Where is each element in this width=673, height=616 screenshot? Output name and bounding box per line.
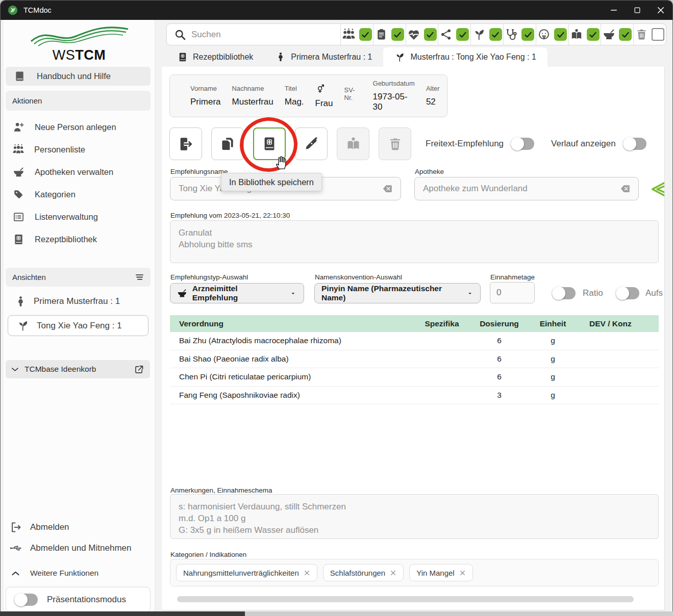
save-to-library-tooltip: In Bibliothek speichern [221, 173, 322, 191]
chip-label: Yin Mangel [416, 569, 455, 577]
remove-chip-icon[interactable] [459, 570, 466, 576]
filter-checkbox-plant[interactable] [489, 28, 502, 41]
filter-lines-icon[interactable] [133, 272, 145, 283]
wstcm-logo-text: WSTCM [4, 47, 155, 63]
cell-einheit: g [529, 336, 577, 345]
maximize-button[interactable] [626, 1, 649, 20]
export-recommendation-button[interactable] [169, 127, 202, 160]
gender-icon [315, 84, 326, 94]
view-item-primera-musterfrau[interactable]: Primera Musterfrau : 1 [4, 294, 155, 309]
plant-icon [394, 52, 405, 63]
main-panel: Vorname Primera Nachname Musterfrau Tite… [161, 67, 665, 610]
namenskonvention-dropdown[interactable]: Pinyin Name (Pharmazeutischer Name) [314, 283, 481, 303]
cursor-hand [273, 154, 288, 170]
sidebar: WSTCM Handbuch und Hilfe Aktionen Neue P… [4, 20, 155, 612]
filter-checkbox-stethoscope[interactable] [521, 28, 534, 41]
heart-pulse-icon [407, 28, 420, 41]
kategorien-label: Kategorien / Indikationen [170, 551, 246, 558]
table-row[interactable]: Chen Pi (Citri reticulatae pericarpium) … [170, 368, 659, 387]
caret-down-icon [289, 290, 297, 297]
wstcm-logo: WSTCM [4, 25, 155, 63]
table-row[interactable]: Bai Shao (Paeoniae radix alba) 6 g [170, 350, 659, 369]
person-reading-icon [570, 28, 583, 41]
apotheke-label: Apotheke [415, 168, 444, 175]
section-header-label: Aktionen [12, 96, 42, 105]
sidebar-item-label: Neue Person anlegen [35, 122, 116, 132]
remove-chip-icon[interactable] [304, 570, 310, 576]
sidebar-item-handbuch[interactable]: Handbuch und Hilfe [6, 67, 151, 86]
cell-einheit: g [529, 391, 577, 400]
chevron-down-icon [10, 365, 20, 374]
minimize-button[interactable] [602, 1, 626, 20]
sidebar-item-abmelden-mitnehmen[interactable]: Abmelden und Mitnehmen [4, 541, 155, 556]
filter-checkbox-face[interactable] [554, 28, 567, 41]
horizontal-scrollbar[interactable] [177, 596, 634, 602]
filter-group-heart [406, 24, 438, 45]
filter-checkbox-persons[interactable] [359, 28, 372, 41]
tab-primera-musterfrau[interactable]: Primera Musterfrau : 1 [264, 47, 383, 67]
table-row[interactable]: Bai Zhu (Atractylodis macrocephalae rhiz… [170, 332, 659, 350]
clipboard-icon [375, 28, 388, 41]
table-row[interactable]: Fang Feng (Saposhnikoviae radix) 3 g [170, 387, 659, 405]
filter-checkbox-trash[interactable] [652, 28, 664, 41]
filter-checkbox-share[interactable] [456, 28, 469, 41]
clear-apotheke-icon[interactable] [618, 183, 632, 194]
clear-empfehlungsname-icon[interactable] [381, 183, 394, 194]
cell-einheit: g [529, 372, 577, 381]
bottom-strip-dark [0, 611, 245, 616]
sidebar-item-apotheken[interactable]: Apotheken verwalten [4, 164, 155, 179]
tcmbase-ideenkorb-bar[interactable]: TCMbase Ideenkorb [6, 360, 150, 378]
remove-chip-icon[interactable] [390, 570, 396, 576]
app-window: TCMdoc WSTCM Handbuch und Hilfe Aktionen… [0, 0, 673, 612]
search-input[interactable] [191, 30, 319, 40]
list-icon [13, 211, 24, 223]
kategorie-chip: Yin Mangel [409, 564, 473, 581]
apotheke-input[interactable] [423, 184, 618, 194]
sidebar-item-personenliste[interactable]: Personenliste [4, 142, 155, 157]
tab-rezeptbibliothek[interactable]: Rezeptbibliothek [166, 47, 264, 67]
titlebar: TCMdoc [1, 1, 672, 20]
praesentationsmodus-toggle[interactable] [14, 594, 38, 606]
tab-musterfrau-tong-xie-yao-feng[interactable]: Musterfrau : Tong Xie Yao Feng : 1 [383, 47, 547, 67]
sign-recommendation-button[interactable] [295, 127, 328, 160]
close-button[interactable] [649, 1, 672, 20]
aufs-toggle[interactable] [616, 287, 639, 299]
copy-recommendation-button[interactable] [211, 127, 244, 160]
aufs-label: Aufs [645, 288, 663, 298]
empfehlung-textarea[interactable]: Granulat Abholung bitte sms [170, 220, 659, 263]
pen-icon [304, 136, 319, 151]
filter-checkbox-clipboard[interactable] [391, 28, 404, 41]
view-item-tong-xie-yao-feng[interactable]: Tong Xie Yao Feng : 1 [8, 315, 148, 336]
open-in-library-button[interactable] [337, 127, 369, 160]
sidebar-item-abmelden[interactable]: Abmelden [4, 520, 155, 535]
filter-checkbox-reading[interactable] [587, 28, 600, 41]
search-zone [167, 24, 340, 45]
sidebar-item-listenverwaltung[interactable]: Listenverwaltung [4, 209, 155, 224]
sidebar-item-label: Rezeptbibliothek [35, 235, 97, 244]
sidebar-item-kategorien[interactable]: Kategorien [4, 187, 155, 202]
verlauf-toggle[interactable] [623, 138, 646, 150]
filter-checkbox-mortar[interactable] [619, 28, 632, 41]
people-group-icon [342, 28, 356, 41]
mortar-pestle-icon [177, 288, 187, 298]
sidebar-item-neue-person[interactable]: Neue Person anlegen [4, 119, 155, 135]
filter-group-mortar [601, 24, 633, 45]
anmerkungen-textarea[interactable]: s: harmonisiert Verdauung, stillt Schmer… [170, 494, 659, 539]
check-icon [426, 30, 435, 39]
cell-dosierung: 6 [470, 336, 529, 345]
empfehlungstyp-dropdown[interactable]: Arzneimittel Empfehlung [170, 283, 304, 303]
sidebar-item-rezeptbibliothek[interactable]: Rezeptbibliothek [4, 232, 155, 247]
einnahmetage-input[interactable] [496, 283, 528, 303]
kategorien-chips-container[interactable]: Nahrungsmittelunverträglichkeiten Schlaf… [170, 559, 659, 586]
delete-recommendation-button[interactable] [379, 127, 411, 160]
trash-icon [635, 28, 648, 41]
check-icon [556, 30, 565, 39]
send-to-pharmacy-icon[interactable] [649, 179, 665, 199]
external-link-icon[interactable] [134, 364, 144, 375]
col-header-einheit: Einheit [529, 319, 577, 328]
check-icon [524, 30, 533, 39]
filter-checkbox-heart[interactable] [424, 28, 437, 41]
sidebar-item-weitere-funktionen[interactable]: Weitere Funktionen [4, 566, 155, 581]
freitext-toggle[interactable] [511, 138, 534, 150]
ratio-toggle[interactable] [552, 287, 576, 299]
